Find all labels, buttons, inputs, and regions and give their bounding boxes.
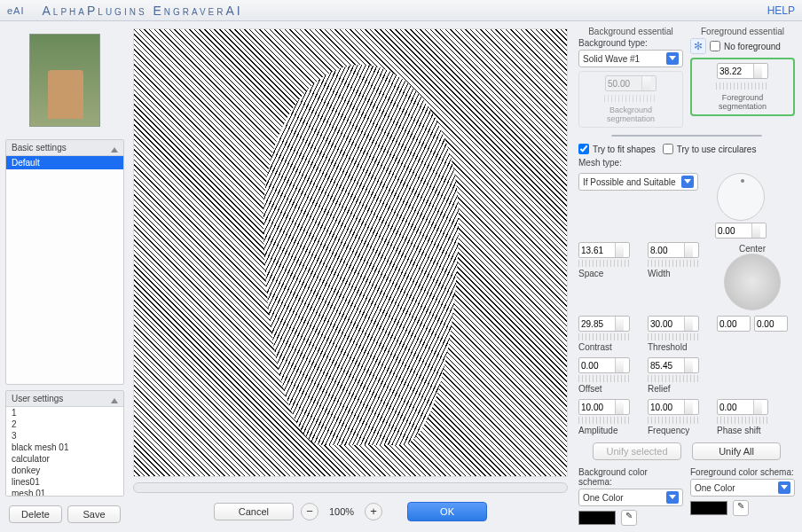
frequency-stepper[interactable] (648, 399, 699, 415)
center-x-stepper[interactable] (717, 316, 751, 332)
user-settings-header: User settings (12, 394, 63, 403)
offset-slider[interactable] (578, 375, 632, 382)
disclosure-icon[interactable] (111, 394, 118, 403)
fg-color-schema-select[interactable]: One Color (690, 479, 795, 497)
width-label: Width (648, 269, 710, 278)
offset-stepper[interactable] (578, 357, 630, 373)
phase-shift-stepper[interactable] (717, 399, 768, 415)
basic-settings-item[interactable]: Default (6, 156, 123, 169)
background-segmentation-slider (604, 95, 657, 102)
save-button[interactable]: Save (67, 505, 121, 523)
space-label: Space (578, 269, 641, 278)
phase-shift-slider[interactable] (717, 417, 770, 424)
bg-color-swatch[interactable] (578, 511, 616, 525)
zoom-level: 100% (326, 506, 358, 517)
relief-stepper[interactable] (648, 357, 699, 373)
basic-settings-header: Basic settings (12, 143, 67, 153)
angle-stepper[interactable] (715, 223, 767, 239)
cancel-button[interactable]: Cancel (214, 503, 294, 520)
delete-button[interactable]: Delete (9, 505, 62, 523)
zoom-in-button[interactable]: + (365, 503, 382, 520)
fit-shapes-label: Try to fit shapes (593, 145, 656, 154)
snowflake-icon[interactable]: ✻ (690, 38, 706, 54)
bg-color-schema-select[interactable]: One Color (578, 489, 683, 506)
app-title: AlphaPlugins EngraverAI (43, 4, 767, 18)
no-foreground-label: No foreground (724, 42, 781, 51)
frequency-slider[interactable] (648, 417, 701, 424)
list-item[interactable]: donkey (6, 465, 123, 476)
disclosure-icon[interactable] (111, 143, 118, 153)
app-logo: eAI (7, 5, 25, 16)
user-settings-panel: User settings 1 2 3 black mesh 01 calcul… (5, 390, 124, 497)
background-segmentation-stepper (605, 75, 657, 91)
space-slider[interactable] (578, 260, 632, 267)
fg-color-picker-icon[interactable]: ✎ (733, 500, 749, 516)
list-item[interactable]: black mesh 01 (6, 442, 123, 453)
chevron-down-icon (666, 491, 679, 504)
threshold-stepper[interactable] (648, 316, 699, 332)
amplitude-stepper[interactable] (578, 399, 630, 415)
horizontal-scrollbar[interactable] (133, 482, 568, 493)
contrast-slider[interactable] (578, 333, 632, 340)
bg-color-schema-label: Background color schema: (578, 467, 683, 487)
chevron-down-icon (778, 481, 790, 494)
frequency-label: Frequency (648, 426, 710, 435)
tab-geometry[interactable]: Geometry (612, 136, 687, 137)
list-item[interactable]: mesh 01 (6, 488, 123, 496)
chevron-down-icon (681, 176, 694, 188)
width-slider[interactable] (648, 260, 701, 267)
unify-all-button[interactable]: Unify All (692, 442, 781, 460)
background-type-select[interactable]: Solid Wave #1 (578, 50, 683, 67)
list-item[interactable]: calculator (6, 453, 123, 465)
contrast-stepper[interactable] (578, 316, 630, 332)
list-item[interactable]: 3 (6, 430, 123, 442)
ok-button[interactable]: OK (407, 502, 487, 521)
amplitude-slider[interactable] (578, 417, 632, 424)
relief-label: Relief (648, 384, 710, 394)
foreground-segmentation-label: Foreground segmentation (697, 93, 788, 111)
center-y-stepper[interactable] (754, 316, 788, 332)
list-item[interactable]: 1 (6, 407, 123, 419)
zoom-out-button[interactable]: − (301, 503, 318, 520)
unify-selected-button: Unify selected (593, 442, 681, 460)
help-link[interactable]: HELP (767, 4, 795, 17)
background-segmentation-label: Background segmentation (585, 106, 677, 123)
tab-switcher[interactable]: Geometry Randomness (611, 135, 762, 137)
source-thumbnail[interactable] (29, 34, 100, 127)
offset-label: Offset (578, 384, 641, 394)
chevron-down-icon (666, 52, 679, 65)
basic-settings-list[interactable]: Default (6, 156, 123, 382)
fit-shapes-checkbox[interactable] (578, 144, 589, 154)
fg-color-swatch[interactable] (690, 501, 727, 515)
space-stepper[interactable] (578, 242, 630, 258)
threshold-slider[interactable] (648, 333, 701, 340)
width-stepper[interactable] (648, 242, 699, 258)
mesh-type-label: Mesh type: (578, 158, 795, 168)
basic-settings-panel: Basic settings Default (5, 139, 124, 385)
tab-randomness[interactable]: Randomness (687, 136, 761, 137)
bg-color-picker-icon[interactable]: ✎ (621, 510, 637, 526)
foreground-segmentation-slider[interactable] (716, 82, 769, 90)
amplitude-label: Amplitude (578, 426, 641, 435)
preview-canvas[interactable] (133, 28, 568, 477)
no-foreground-checkbox[interactable] (710, 41, 720, 51)
foreground-essential-title: Foreground essential (690, 27, 795, 36)
list-item[interactable]: lines01 (6, 476, 123, 488)
phase-shift-label: Phase shift (717, 426, 788, 435)
background-type-label: Background type: (578, 38, 683, 48)
angle-dial[interactable] (717, 173, 765, 221)
threshold-label: Threshold (648, 342, 710, 352)
user-settings-list[interactable]: 1 2 3 black mesh 01 calculator donkey li… (6, 407, 123, 496)
mesh-type-select[interactable]: If Possible and Suitable (578, 173, 698, 191)
list-item[interactable]: 2 (6, 419, 123, 430)
use-circulares-label: Try to use circulares (677, 145, 757, 154)
center-label: Center (717, 244, 788, 254)
background-essential-title: Background essential (578, 27, 683, 36)
relief-slider[interactable] (648, 375, 701, 382)
center-well[interactable] (724, 254, 781, 310)
fg-color-schema-label: Foreground color schema: (690, 467, 795, 477)
use-circulares-checkbox[interactable] (663, 144, 673, 154)
contrast-label: Contrast (578, 342, 641, 352)
foreground-segmentation-stepper[interactable] (717, 63, 768, 79)
